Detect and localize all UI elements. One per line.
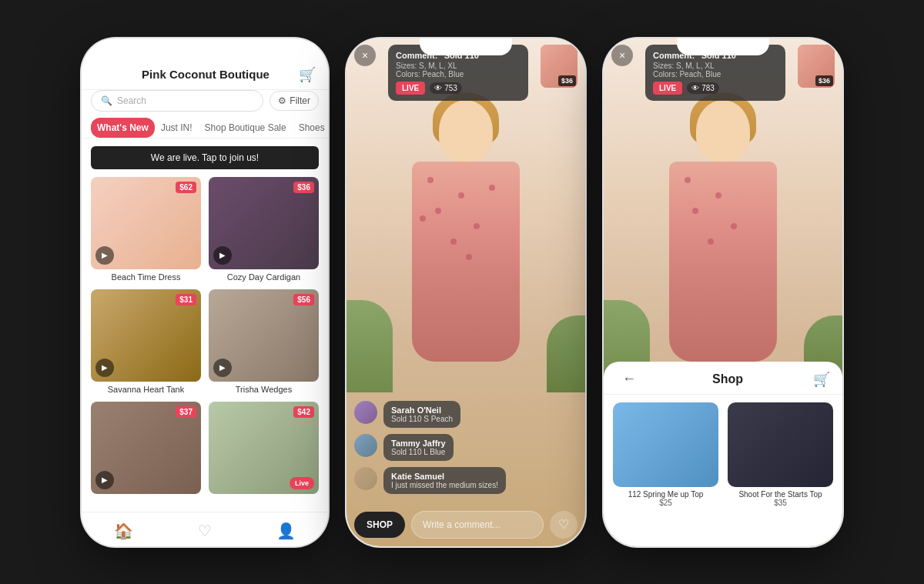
phone-notch — [159, 38, 251, 55]
search-row: 🔍 Search ⚙ Filter — [82, 90, 328, 112]
product-card[interactable]: $37 ▶ — [91, 402, 201, 497]
shop-product-card[interactable]: Shoot For the Starts Top $35 — [728, 402, 833, 507]
phone-notch — [420, 38, 512, 55]
search-input[interactable]: 🔍 Search — [91, 90, 263, 112]
plant-decoration-right — [547, 315, 585, 392]
search-placeholder: Search — [117, 95, 146, 106]
shop-product-card[interactable]: 112 Spring Me up Top $25 — [613, 402, 718, 507]
play-button[interactable]: ▶ — [95, 246, 114, 265]
product-name: Cozy Day Cardigan — [209, 272, 319, 282]
phone-live: × Comment: "Sold 110" Sizes: S, M, L, XL… — [346, 38, 585, 546]
phone-shop: × Comment: "Sold 110" Sizes: S, M, L, XL… — [604, 38, 842, 546]
price-badge: $56 — [293, 294, 314, 305]
shop-product-image-1 — [613, 402, 718, 487]
plant-decoration-left — [346, 300, 393, 392]
comment-input[interactable]: Write a comment... — [411, 511, 544, 539]
price-badge: $42 — [293, 406, 314, 418]
product-thumb-tank: $31 ▶ — [91, 289, 201, 382]
person-body — [412, 162, 520, 362]
shop-title: Shop — [642, 372, 813, 386]
product-name: Trisha Wedges — [209, 385, 319, 394]
live-badge: Live — [290, 477, 314, 489]
tabs-row: What's New Just IN! Shop Boutique Sale S… — [82, 118, 328, 138]
play-button[interactable]: ▶ — [213, 246, 232, 265]
play-button[interactable]: ▶ — [95, 359, 114, 377]
tab-boutique-sale[interactable]: Shop Boutique Sale — [199, 118, 293, 138]
filter-label: Filter — [290, 95, 310, 106]
product-card[interactable]: $31 ▶ Savanna Heart Tank — [91, 289, 201, 394]
product-card[interactable]: $56 ▶ Trisha Wedges — [209, 289, 319, 394]
store-title: Pink Coconut Boutique — [142, 68, 270, 81]
products-grid: $62 ▶ Beach Time Dress $36 ▶ Cozy Day Ca… — [82, 177, 328, 497]
shop-button[interactable]: SHOP — [354, 512, 405, 538]
phone-screen-live: × Comment: "Sold 110" Sizes: S, M, L, XL… — [346, 38, 585, 546]
product-thumb-wedges: $56 ▶ — [209, 289, 319, 382]
close-icon: × — [362, 49, 368, 62]
nav-profile-icon[interactable]: 👤 — [276, 522, 296, 540]
heart-button[interactable]: ♡ — [550, 511, 578, 539]
filter-button[interactable]: ⚙ Filter — [270, 91, 319, 111]
person-hair — [433, 92, 499, 146]
product-thumb-cardigan: $36 ▶ — [209, 177, 319, 269]
cart-icon-shop[interactable]: 🛒 — [813, 371, 830, 388]
person-head-2 — [696, 100, 750, 162]
close-icon-2: × — [619, 49, 625, 62]
comment-placeholder: Write a comment... — [423, 519, 500, 530]
tab-just-in[interactable]: Just IN! — [155, 118, 199, 138]
shop-product-name: 112 Spring Me up Top — [613, 490, 718, 499]
person-body-2 — [669, 162, 777, 362]
phone-store: Pink Coconut Boutique 🛒 🔍 Search ⚙ Filte… — [82, 38, 328, 546]
product-card[interactable]: $42 Live — [209, 402, 319, 497]
shop-panel: ← Shop 🛒 112 Spring Me up Top $25 Shoot … — [604, 362, 842, 546]
live-banner[interactable]: We are live. Tap to join us! — [91, 146, 319, 169]
tab-shoes[interactable]: Shoes — [293, 118, 328, 138]
heart-icon: ♡ — [558, 517, 569, 532]
person-figure-2 — [654, 100, 792, 392]
phone-screen-shop: × Comment: "Sold 110" Sizes: S, M, L, XL… — [604, 38, 842, 546]
back-button[interactable]: ← — [616, 371, 642, 387]
price-badge: $36 — [293, 182, 314, 193]
shop-product-name: Shoot For the Starts Top — [728, 490, 833, 499]
price-badge: $62 — [176, 182, 196, 193]
play-button[interactable]: ▶ — [213, 359, 232, 377]
bottom-input-bar: SHOP Write a comment... ♡ — [354, 511, 578, 539]
phones-container: Pink Coconut Boutique 🛒 🔍 Search ⚙ Filte… — [66, 23, 858, 562]
product-card[interactable]: $36 ▶ Cozy Day Cardigan — [209, 177, 319, 282]
phone-notch — [677, 38, 769, 55]
person-figure — [397, 100, 535, 392]
product-name: Beach Time Dress — [91, 272, 201, 282]
shop-product-price: $25 — [613, 499, 718, 507]
shop-product-image-2 — [728, 402, 833, 487]
price-badge: $31 — [176, 294, 196, 305]
product-thumb-beach-dress: $62 ▶ — [91, 177, 201, 269]
product-thumb-live: $42 Live — [209, 402, 319, 494]
shop-header: ← Shop 🛒 — [604, 362, 842, 395]
product-name: Savanna Heart Tank — [91, 385, 201, 394]
tab-whats-new[interactable]: What's New — [91, 118, 155, 138]
person-head — [439, 100, 493, 162]
filter-icon: ⚙ — [278, 95, 286, 106]
phone-screen-store: Pink Coconut Boutique 🛒 🔍 Search ⚙ Filte… — [82, 38, 328, 546]
product-card[interactable]: $62 ▶ Beach Time Dress — [91, 177, 201, 282]
person-hair-2 — [690, 92, 756, 146]
live-video-background — [346, 38, 585, 546]
nav-heart-icon[interactable]: ♡ — [198, 522, 212, 540]
cart-icon[interactable]: 🛒 — [299, 66, 316, 83]
product-thumb-strappy: $37 ▶ — [91, 402, 201, 494]
close-button-2[interactable]: × — [611, 45, 633, 66]
price-badge: $37 — [176, 406, 196, 418]
search-icon: 🔍 — [101, 95, 112, 106]
nav-home-icon[interactable]: 🏠 — [114, 522, 133, 540]
shop-products-grid: 112 Spring Me up Top $25 Shoot For the S… — [604, 395, 842, 515]
bottom-nav: 🏠 ♡ 👤 — [82, 512, 328, 546]
shop-product-price: $35 — [728, 499, 833, 507]
close-button[interactable]: × — [354, 45, 376, 66]
play-button[interactable]: ▶ — [95, 471, 114, 489]
